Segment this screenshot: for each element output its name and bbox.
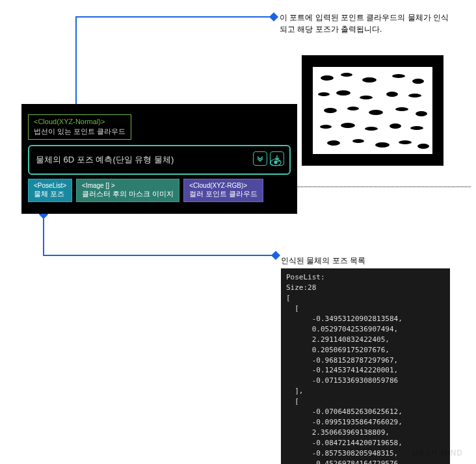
- code-line: ],: [286, 387, 304, 395]
- code-line: [: [286, 294, 291, 302]
- svg-point-15: [347, 107, 359, 110]
- output-port-label: 컬러 포인트 클라우드: [189, 190, 258, 198]
- svg-point-23: [410, 126, 423, 130]
- code-line: [: [286, 304, 299, 313]
- output-port-image[interactable]: <Image [] > 클러스터 후의 마스크 이미지: [76, 179, 179, 202]
- svg-point-18: [416, 111, 427, 116]
- input-port-type: <Cloud(XYZ-Normal)>: [34, 118, 105, 125]
- node-title: 물체의 6D 포즈 예측(단일 유형 물체): [36, 155, 174, 164]
- connector-line: [43, 255, 274, 256]
- svg-point-1: [274, 161, 278, 164]
- code-line: -0.8575308205948315,: [286, 449, 398, 458]
- node-panel: <Cloud(XYZ-Normal)> 법선이 있는 포인트 클라우드 물체의 …: [21, 104, 297, 214]
- svg-point-20: [341, 123, 355, 128]
- connector-diamond-icon: [269, 12, 278, 21]
- connector-line: [43, 214, 44, 256]
- visibility-icon[interactable]: [270, 158, 282, 170]
- svg-point-26: [375, 142, 390, 148]
- input-port-cloud-normal[interactable]: <Cloud(XYZ-Normal)> 법선이 있는 포인트 클라우드: [28, 114, 131, 140]
- node-main-block[interactable]: 물체의 6D 포즈 예측(단일 유형 물체): [28, 145, 291, 175]
- separator-line: [289, 187, 471, 187]
- code-line: -0.9681528787297967,: [286, 356, 398, 365]
- code-line: 2.291140832422405,: [286, 335, 390, 344]
- point-cloud-thumbnail: [302, 55, 443, 166]
- svg-point-11: [360, 96, 373, 99]
- svg-point-12: [386, 92, 398, 97]
- svg-point-9: [318, 92, 330, 96]
- code-line: 0.05297042536907494,: [286, 325, 398, 333]
- code-line: -0.1245374142220001,: [286, 366, 398, 374]
- svg-point-25: [352, 139, 364, 143]
- svg-point-22: [390, 123, 401, 129]
- code-line: -0.07064852630625612,: [286, 407, 403, 416]
- output-port-label: 물체 포즈: [34, 190, 64, 198]
- svg-point-13: [408, 94, 421, 97]
- output-port-type: <Image [] >: [82, 182, 174, 189]
- code-line: -0.07153369308059786: [286, 376, 398, 385]
- collapse-icon[interactable]: [253, 151, 267, 166]
- annotation-input-desc: 이 포트에 입력된 포인트 클라우드의 물체가 인식되고 해당 포즈가 출력됩니…: [280, 12, 455, 35]
- code-line: -0.45269784164729576,: [286, 459, 403, 464]
- code-line: -0.09951935864766029,: [286, 418, 403, 426]
- output-port-label: 클러스터 후의 마스크 이미지: [82, 190, 174, 198]
- svg-point-28: [417, 144, 429, 149]
- svg-point-24: [327, 140, 340, 146]
- poselist-output-panel: PoseList: Size:28 [ [ -0.349531209028135…: [281, 268, 450, 464]
- output-port-type: <Cloud(XYZ-RGB)>: [189, 182, 258, 189]
- svg-point-10: [336, 90, 350, 96]
- output-port-poselist[interactable]: <PoseList> 물체 포즈: [28, 179, 72, 202]
- code-line: 0.205069175207676,: [286, 346, 390, 354]
- svg-point-5: [341, 73, 352, 77]
- svg-point-14: [324, 108, 337, 113]
- svg-point-4: [321, 75, 334, 81]
- watermark: MECH MIND: [412, 448, 463, 458]
- output-port-cloud[interactable]: <Cloud(XYZ-RGB)> 컬러 포인트 클라우드: [183, 179, 263, 202]
- svg-point-8: [412, 79, 424, 84]
- connector-diamond-icon: [271, 251, 280, 260]
- code-line: -0.34953120902813584,: [286, 315, 403, 323]
- code-line: -0.08472144200719658,: [286, 439, 403, 447]
- input-port-label: 법선이 있는 포인트 클라우드: [34, 127, 126, 136]
- svg-point-16: [369, 110, 383, 115]
- svg-point-21: [365, 127, 378, 131]
- svg-point-19: [320, 125, 332, 129]
- svg-point-6: [362, 77, 377, 83]
- code-line: 2.350663969138809,: [286, 428, 390, 437]
- annotation-output-desc: 인식된 물체의 포즈 목록: [281, 255, 456, 266]
- connector-line: [75, 16, 77, 109]
- svg-point-7: [392, 74, 405, 78]
- code-line: [: [286, 397, 299, 406]
- code-line: PoseList:: [286, 273, 325, 281]
- code-line: Size:28: [286, 283, 316, 292]
- svg-point-17: [395, 107, 408, 111]
- connector-line: [75, 16, 272, 18]
- svg-point-27: [399, 140, 412, 144]
- output-port-type: <PoseList>: [34, 182, 66, 189]
